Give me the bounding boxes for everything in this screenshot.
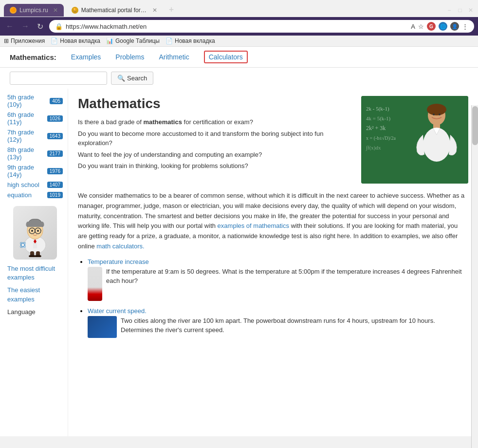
article-title: Mathematics xyxy=(78,96,351,112)
tab-close-lumpics[interactable]: ✕ xyxy=(53,7,58,14)
sidebar-link-8th[interactable]: 8th grade (13y) xyxy=(7,146,47,161)
svg-point-25 xyxy=(427,104,446,115)
svg-point-29 xyxy=(439,113,441,115)
site-brand: Mathematics: xyxy=(10,53,56,61)
sidebar-item-8th: 8th grade (13y) 2177 xyxy=(7,146,63,161)
search-row: 🔍 Search xyxy=(0,68,478,89)
lock-icon: 🔒 xyxy=(55,23,63,30)
nav-arithmetic[interactable]: Arithmetic xyxy=(159,53,189,61)
svg-text:2k - 5(k-1): 2k - 5(k-1) xyxy=(366,106,389,112)
bookmark-apps[interactable]: ⊞ Приложения xyxy=(4,37,45,44)
svg-point-28 xyxy=(433,113,435,115)
sidebar-item-5th: 5th grade (10y) 405 xyxy=(7,93,63,108)
examples-link[interactable]: examples of mathematics xyxy=(218,222,289,229)
scrollbar-thumb[interactable] xyxy=(472,106,478,145)
back-button[interactable]: ← xyxy=(4,21,16,32)
badge-7th: 1643 xyxy=(47,133,63,139)
search-button[interactable]: 🔍 Search xyxy=(111,72,153,85)
badge-6th: 1026 xyxy=(47,115,63,122)
sidebar-link-6th[interactable]: 6th grade (11y) xyxy=(7,111,47,126)
river-desc-text: Two cities along the river are 100 km ap… xyxy=(121,316,468,335)
svg-text:∫f(x)dx: ∫f(x)dx xyxy=(366,145,381,151)
sidebar-link-7th[interactable]: 7th grade (12y) xyxy=(7,129,47,143)
temperature-link[interactable]: Temperature increase xyxy=(88,258,149,265)
tab-close-hackmath[interactable]: ✕ xyxy=(152,7,157,14)
calculators-link[interactable]: math calculators. xyxy=(96,243,144,250)
tab-title-lumpics: Lumpics.ru xyxy=(19,7,48,14)
scrollbar-track xyxy=(471,105,478,448)
new-tab-button[interactable]: + xyxy=(165,3,178,17)
minimize-button[interactable]: − xyxy=(446,7,453,14)
url-text: https://www.hackmath.net/en xyxy=(66,23,408,30)
svg-rect-26 xyxy=(433,123,440,128)
bookmark-sheets-label: Google Таблицы xyxy=(115,37,160,44)
nav-calculators[interactable]: Calculators xyxy=(204,51,248,63)
apps-icon: ⊞ xyxy=(4,37,9,44)
svg-point-17 xyxy=(35,255,41,257)
page-icon-1: 📄 xyxy=(51,37,58,44)
sidebar-link-equation[interactable]: equation xyxy=(7,191,32,199)
river-link[interactable]: Water current speed. xyxy=(88,307,147,315)
temperature-description: If the temperature at 9:am is 50 degrees… xyxy=(88,267,468,301)
window-controls: − □ ✕ xyxy=(446,7,474,14)
svg-point-9 xyxy=(31,230,33,232)
river-description: Two cities along the river are 100 km ap… xyxy=(88,316,468,338)
bookmark-newtab2[interactable]: 📄 Новая вкладка xyxy=(165,37,215,44)
sidebar-item-highschool: high school 1407 xyxy=(7,181,63,188)
more-options-icon[interactable]: ⋮ xyxy=(462,23,468,30)
bookmarks-bar: ⊞ Приложения 📄 Новая вкладка 📊 Google Та… xyxy=(0,36,478,47)
badge-highschool: 1407 xyxy=(47,182,63,188)
sidebar-mascot xyxy=(7,206,63,260)
sidebar-link-5th[interactable]: 5th grade (10y) xyxy=(7,93,50,108)
address-bar-icons: A ☆ G 🌐 👤 ⋮ xyxy=(411,22,468,31)
temperature-thumb xyxy=(88,267,102,301)
maximize-button[interactable]: □ xyxy=(457,7,463,14)
search-input[interactable] xyxy=(10,72,107,85)
reload-button[interactable]: ↻ xyxy=(35,21,45,32)
badge-5th: 405 xyxy=(50,98,63,104)
forward-button[interactable]: → xyxy=(19,21,31,32)
translate-icon[interactable]: A xyxy=(411,23,415,30)
article-text-block: Mathematics Is there a bad grade of math… xyxy=(78,96,351,184)
sidebar: 5th grade (10y) 405 6th grade (11y) 1026… xyxy=(0,89,68,436)
bookmark-newtab1[interactable]: 📄 Новая вкладка xyxy=(51,37,100,44)
svg-text:x = (-b±√D)/2a: x = (-b±√D)/2a xyxy=(366,135,396,141)
tab-title-hackmath: Mathematical portal for primary xyxy=(81,7,147,14)
tab-hackmath[interactable]: 🏆 Mathematical portal for primary ✕ xyxy=(66,4,163,17)
browser-window: 🟠 Lumpics.ru ✕ 🏆 Mathematical portal for… xyxy=(0,0,478,47)
page-icon-2: 📄 xyxy=(165,37,173,44)
bookmark-sheets[interactable]: 📊 Google Таблицы xyxy=(106,37,160,44)
tab-lumpics[interactable]: 🟠 Lumpics.ru ✕ xyxy=(4,4,64,17)
bookmark-apps-label: Приложения xyxy=(11,37,45,44)
extension-icon[interactable]: 🌐 xyxy=(439,22,447,31)
bookmark-star-icon[interactable]: ☆ xyxy=(418,23,424,30)
article-image-svg: 2k - 5(k-1) 4k = 5(k-1) 2k² + 3k x = (-b… xyxy=(361,96,468,184)
article-para-2: Do you want to become more accustomed to… xyxy=(78,129,351,148)
profile-icon[interactable]: G xyxy=(427,22,436,31)
sidebar-item-6th: 6th grade (11y) 1026 xyxy=(7,111,63,126)
sidebar-link-9th[interactable]: 9th grade (14y) xyxy=(7,164,47,178)
badge-8th: 2177 xyxy=(47,150,63,157)
example-item-temperature: Temperature increase If the temperature … xyxy=(88,258,468,301)
nav-problems[interactable]: Problems xyxy=(115,53,144,61)
nav-examples[interactable]: Examples xyxy=(71,53,101,61)
article-header-layout: Mathematics Is there a bad grade of math… xyxy=(78,96,468,184)
example-list: Temperature increase If the temperature … xyxy=(78,258,468,338)
menu-icon[interactable]: 👤 xyxy=(450,22,459,31)
example-item-river: Water current speed. Two cities along th… xyxy=(88,307,468,338)
search-button-label: Search xyxy=(127,75,147,82)
mascot-svg xyxy=(16,208,55,257)
close-button[interactable]: ✕ xyxy=(467,7,474,14)
sidebar-item-equation: equation 1019 xyxy=(7,191,63,199)
sidebar-item-9th: 9th grade (14y) 1976 xyxy=(7,164,63,178)
address-bar-row: ← → ↻ 🔒 https://www.hackmath.net/en A ☆ … xyxy=(0,17,478,36)
sidebar-link-highschool[interactable]: high school xyxy=(7,181,39,188)
search-icon: 🔍 xyxy=(117,75,125,82)
sidebar-easiest-link[interactable]: The easiest examples xyxy=(7,286,63,303)
sidebar-most-difficult-link[interactable]: The most difficult examples xyxy=(7,264,63,282)
language-label: Language xyxy=(7,308,36,316)
address-bar[interactable]: 🔒 https://www.hackmath.net/en A ☆ G 🌐 👤 … xyxy=(49,20,474,33)
bookmark-newtab2-label: Новая вкладка xyxy=(175,37,215,44)
river-thumb xyxy=(88,316,117,338)
article-para-4: Do you want train in thinking, looking f… xyxy=(78,161,351,171)
